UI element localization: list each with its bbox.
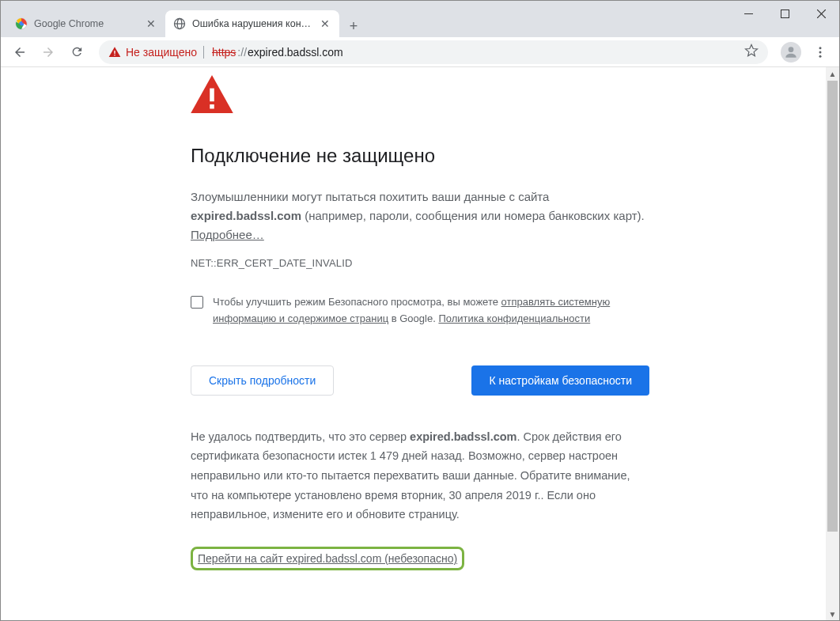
reporting-checkbox[interactable] (191, 296, 203, 309)
proceed-unsafe-link[interactable]: Перейти на сайт expired.badssl.com (небе… (198, 552, 457, 565)
svg-point-12 (819, 47, 822, 49)
hide-details-button[interactable]: Скрыть подробности (191, 365, 334, 396)
chrome-menu-button[interactable] (808, 40, 833, 65)
svg-rect-15 (210, 89, 214, 102)
back-to-safety-button[interactable]: К настройкам безопасности (471, 365, 649, 396)
security-chip[interactable]: Не защищено (108, 46, 206, 59)
close-tab-icon[interactable]: ✕ (319, 17, 331, 30)
svg-rect-10 (114, 55, 115, 55)
warning-paragraph: Злоумышленники могут пытаться похитить в… (191, 187, 649, 244)
close-window-button[interactable] (803, 1, 839, 26)
privacy-policy-link[interactable]: Политика конфиденциальности (438, 312, 590, 324)
chrome-favicon-icon (15, 17, 28, 30)
scroll-down-arrow[interactable]: ▼ (826, 608, 839, 621)
tab-inactive[interactable]: Google Chrome ✕ (7, 10, 165, 37)
page-content: Подключение не защищено Злоумышленники м… (1, 67, 839, 621)
proceed-link-highlight: Перейти на сайт expired.badssl.com (небе… (191, 547, 464, 570)
maximize-button[interactable] (766, 1, 803, 26)
svg-rect-1 (781, 9, 789, 17)
toolbar: Не защищено https://expired.badssl.com (1, 37, 839, 67)
tab-active[interactable]: Ошибка нарушения конфиденц ✕ (165, 10, 339, 37)
reload-button[interactable] (64, 40, 89, 65)
address-bar[interactable]: Не защищено https://expired.badssl.com (99, 40, 768, 64)
warning-icon (191, 75, 649, 116)
svg-point-14 (819, 55, 822, 57)
separator (203, 46, 204, 59)
vertical-scrollbar[interactable]: ▲ ▼ (826, 67, 839, 621)
svg-point-11 (789, 47, 794, 52)
titlebar (1, 1, 839, 9)
bookmark-star-icon[interactable] (744, 44, 759, 60)
tabstrip: Google Chrome ✕ Ошибка нарушения конфиде… (1, 9, 839, 37)
tab-title: Google Chrome (34, 18, 138, 29)
page-heading: Подключение не защищено (191, 145, 649, 167)
scrollbar-thumb[interactable] (827, 81, 838, 532)
minimize-button[interactable] (730, 1, 766, 26)
tab-title: Ошибка нарушения конфиденц (192, 18, 312, 29)
svg-rect-16 (210, 104, 214, 109)
back-button[interactable] (7, 40, 32, 65)
security-label: Не защищено (126, 46, 197, 59)
details-paragraph: Не удалось подтвердить, что это сервер e… (191, 427, 649, 524)
learn-more-link[interactable]: Подробнее… (191, 228, 264, 241)
globe-favicon-icon (173, 17, 186, 30)
scroll-up-arrow[interactable]: ▲ (826, 67, 839, 81)
reporting-checkbox-row: Чтобы улучшить режим Безопасного просмот… (191, 294, 649, 328)
window-controls (730, 1, 839, 37)
forward-button[interactable] (36, 40, 61, 65)
reporting-text: Чтобы улучшить режим Безопасного просмот… (213, 294, 649, 328)
warning-triangle-icon (108, 46, 121, 59)
button-row: Скрыть подробности К настройкам безопасн… (191, 365, 649, 396)
profile-avatar[interactable] (781, 42, 801, 62)
svg-rect-9 (114, 51, 115, 54)
error-code: NET::ERR_CERT_DATE_INVALID (191, 257, 649, 269)
new-tab-button[interactable]: + (342, 15, 365, 37)
svg-point-13 (819, 51, 822, 53)
close-tab-icon[interactable]: ✕ (145, 17, 157, 30)
url-display: https://expired.badssl.com (212, 46, 343, 59)
